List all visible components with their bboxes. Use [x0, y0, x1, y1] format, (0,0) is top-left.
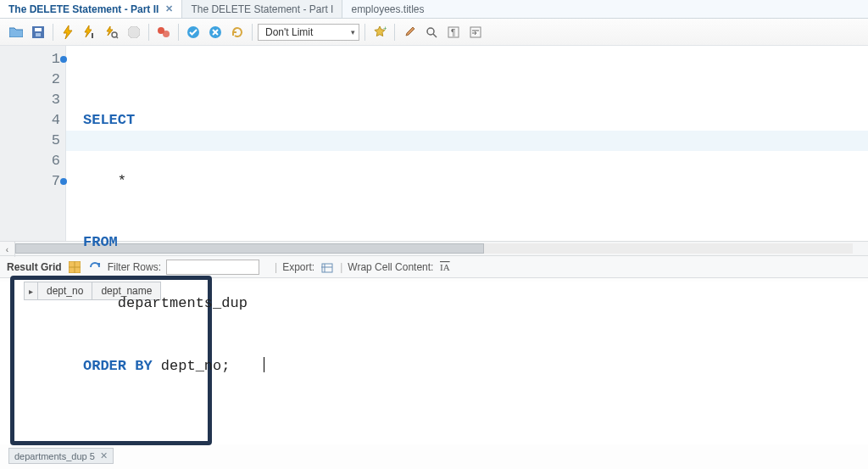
- limit-rows-select[interactable]: Don't Limit ▾: [258, 24, 359, 41]
- rollback-button[interactable]: [206, 23, 225, 42]
- svg-point-8: [163, 31, 170, 37]
- tab-label: employees.titles: [351, 3, 424, 15]
- scroll-left-icon[interactable]: ‹: [0, 242, 15, 257]
- svg-point-12: [427, 28, 434, 35]
- editor-tabs: The DELETE Statement - Part II ✕ The DEL…: [0, 0, 868, 19]
- toggle-invisible-button[interactable]: ¶: [444, 23, 463, 42]
- svg-rect-1: [35, 28, 42, 31]
- save-icon: [32, 26, 44, 38]
- refresh-icon: [231, 25, 244, 39]
- search-icon: [425, 25, 438, 39]
- row-selector[interactable]: ▸: [25, 282, 38, 300]
- result-subtab[interactable]: departments_dup 5 ✕: [8, 448, 114, 464]
- line-number: 4: [52, 112, 60, 128]
- stop-button[interactable]: [125, 23, 143, 42]
- separator: [148, 24, 149, 41]
- svg-line-5: [116, 36, 118, 38]
- execute-button[interactable]: [58, 23, 77, 42]
- autocommit-icon: [157, 26, 170, 38]
- svg-rect-3: [92, 33, 93, 38]
- separator: [364, 24, 365, 41]
- keyword: FROM: [83, 234, 118, 250]
- separator: [178, 24, 179, 41]
- beautify-button[interactable]: +: [370, 23, 389, 42]
- code-text: *: [118, 173, 126, 189]
- lightning-icon: [62, 25, 74, 39]
- editor-toolbar: Don't Limit ▾ + ¶: [0, 19, 868, 46]
- close-icon[interactable]: ✕: [100, 450, 108, 461]
- svg-line-13: [433, 34, 437, 37]
- tab-delete-part1[interactable]: The DELETE Statement - Part I: [182, 0, 342, 18]
- explain-button[interactable]: [103, 23, 121, 42]
- x-circle-icon: [209, 25, 222, 39]
- svg-marker-6: [128, 26, 140, 38]
- tab-delete-part2[interactable]: The DELETE Statement - Part II ✕: [0, 0, 182, 18]
- line-number: 7: [52, 173, 60, 189]
- pilcrow-icon: ¶: [447, 25, 460, 39]
- line-number: 6: [52, 153, 60, 169]
- tab-label: The DELETE Statement - Part I: [191, 3, 333, 15]
- close-icon[interactable]: ✕: [165, 3, 173, 14]
- result-grid-label: Result Grid: [7, 261, 62, 273]
- save-button[interactable]: [29, 23, 47, 42]
- folder-icon: [9, 26, 23, 37]
- wrap-button[interactable]: [466, 23, 485, 42]
- reconnect-button[interactable]: [228, 23, 247, 42]
- stop-icon: [128, 26, 140, 38]
- tab-employees-titles[interactable]: employees.titles: [342, 0, 432, 18]
- brush-button[interactable]: [400, 23, 419, 42]
- lightning-magnify-icon: [105, 25, 119, 39]
- star-plus-icon: +: [373, 25, 387, 39]
- keyword: ORDER BY: [83, 358, 153, 374]
- grid-view-icon[interactable]: [67, 260, 82, 275]
- code-area[interactable]: SELECT * FROM departments_dup ORDER BY d…: [66, 46, 868, 241]
- line-gutter: 1 2 3 4 5 6 7: [0, 46, 66, 241]
- brush-icon: [403, 25, 416, 39]
- line-number: 5: [52, 132, 60, 148]
- find-button[interactable]: [422, 23, 441, 42]
- text-cursor: [264, 357, 264, 372]
- keyword: SELECT: [83, 112, 135, 128]
- commit-button[interactable]: [184, 23, 203, 42]
- limit-label: Don't Limit: [265, 26, 313, 38]
- svg-rect-2: [36, 33, 41, 36]
- separator: [252, 24, 253, 41]
- lightning-cursor-icon: [83, 25, 97, 39]
- execute-current-button[interactable]: [81, 23, 99, 42]
- result-subtab-label: departments_dup 5: [14, 451, 95, 461]
- tab-label: The DELETE Statement - Part II: [8, 3, 159, 15]
- line-number: 3: [52, 92, 60, 108]
- open-file-button[interactable]: [7, 23, 25, 42]
- toggle-autocommit-button[interactable]: [154, 23, 173, 42]
- identifier: departments_dup: [118, 295, 248, 311]
- separator: [53, 24, 53, 41]
- line-number: 2: [52, 71, 60, 87]
- chevron-down-icon: ▾: [351, 28, 355, 36]
- check-circle-icon: [186, 25, 200, 39]
- svg-text:+: +: [383, 25, 387, 32]
- line-number: 1: [52, 51, 60, 67]
- sql-editor[interactable]: 1 2 3 4 5 6 7 SELECT * FROM departments_…: [0, 46, 868, 241]
- identifier: dept_no;: [161, 358, 231, 374]
- svg-text:¶: ¶: [451, 28, 455, 37]
- current-line-highlight: [66, 131, 868, 151]
- separator: [394, 24, 395, 41]
- wrap-icon: [469, 25, 482, 39]
